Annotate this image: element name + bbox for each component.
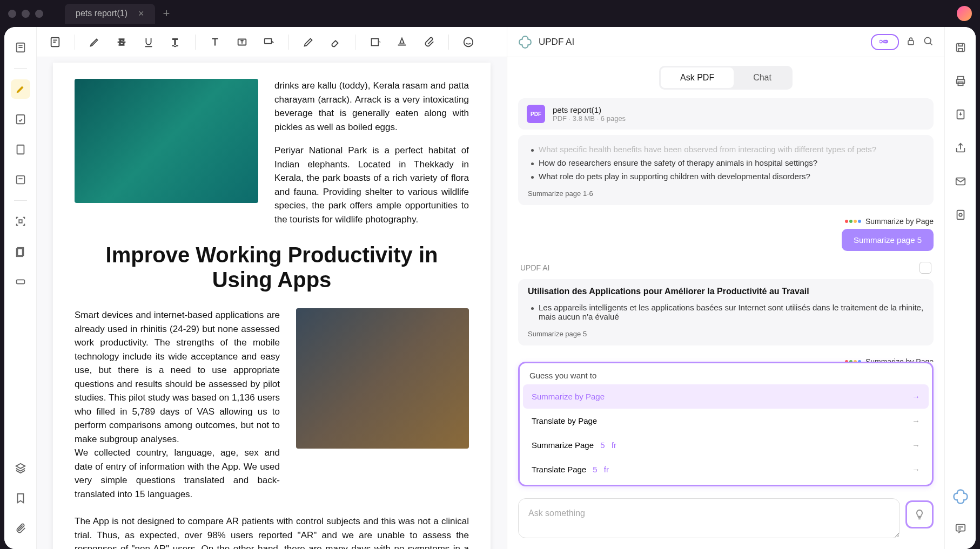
suggestion-summarize-by-page[interactable]: Summarize by Page →	[523, 384, 929, 409]
arrow-icon: →	[912, 392, 920, 401]
arrow-icon: →	[912, 465, 920, 474]
textbox-icon[interactable]	[234, 35, 250, 50]
form-tool-icon[interactable]	[11, 170, 30, 189]
doc-paragraph: drinks are kallu (toddy), Kerala rasam a…	[274, 79, 469, 134]
svg-rect-2	[17, 145, 24, 154]
print-icon[interactable]	[951, 71, 970, 91]
chat-input[interactable]	[518, 498, 900, 538]
response-header: UPDF AI	[518, 260, 934, 279]
left-sidebar	[4, 27, 37, 549]
questions-card: What specific health benefits have been …	[518, 135, 934, 205]
svg-rect-16	[956, 44, 964, 52]
page-tool-icon[interactable]	[11, 140, 30, 159]
question-item[interactable]: How do researchers ensure the safety of …	[539, 156, 924, 170]
copy-icon[interactable]	[919, 262, 931, 274]
infinity-badge[interactable]	[871, 34, 899, 50]
search-icon[interactable]	[923, 36, 934, 49]
svg-rect-6	[16, 280, 24, 283]
edit-tool-icon[interactable]	[11, 110, 30, 129]
close-window-icon[interactable]	[8, 10, 16, 18]
card-footer: Summarize page 1-6	[528, 189, 924, 198]
tab-add-button[interactable]: +	[163, 6, 170, 21]
response-card: Utilisation des Applications pour Amélio…	[518, 279, 934, 345]
doc-paragraph: The App is not designed to compare AR pa…	[75, 514, 469, 549]
svg-rect-11	[265, 38, 272, 43]
highlighter-icon[interactable]	[87, 35, 102, 50]
divider	[355, 35, 355, 50]
question-item[interactable]: What role do pets play in supporting chi…	[539, 170, 924, 183]
tab-title: pets report(1)	[76, 9, 127, 18]
attachment-icon[interactable]	[11, 519, 30, 538]
svg-rect-14	[908, 40, 914, 45]
divider	[288, 35, 289, 50]
redact-tool-icon[interactable]	[11, 272, 30, 292]
card-footer: Summarize page 5	[528, 330, 924, 338]
attach-icon[interactable]	[421, 35, 437, 50]
stamp-icon[interactable]	[394, 35, 410, 50]
doc-paragraph: We collected country, language, age, sex…	[75, 446, 280, 501]
window-controls	[8, 10, 43, 18]
pdf-viewer[interactable]: drinks are kallu (toddy), Kerala rasam a…	[37, 57, 507, 549]
divider	[75, 35, 75, 50]
doc-heading: Improve Working Productivity in Using Ap…	[75, 242, 469, 292]
note-icon[interactable]	[48, 35, 63, 50]
batch-icon[interactable]	[951, 205, 970, 225]
comment-icon[interactable]	[951, 519, 970, 538]
svg-rect-1	[16, 115, 24, 124]
reader-mode-icon[interactable]	[11, 38, 30, 57]
svg-point-23	[959, 213, 962, 216]
divider	[14, 68, 27, 69]
text-icon[interactable]	[207, 35, 223, 50]
crop-tool-icon[interactable]	[11, 242, 30, 261]
summarize-by-page-label: Summarize by Page	[518, 354, 934, 362]
svg-rect-3	[16, 176, 24, 184]
ai-header: UPDF AI	[507, 27, 944, 57]
ai-tab-group: Ask PDF Chat	[507, 57, 944, 98]
svg-text:S: S	[119, 37, 124, 46]
file-name: pets report(1)	[553, 105, 626, 114]
minimize-window-icon[interactable]	[22, 10, 30, 18]
tab-active[interactable]: pets report(1) ×	[65, 4, 155, 24]
tab-close-icon[interactable]: ×	[138, 8, 144, 19]
squiggly-icon[interactable]: T	[168, 35, 183, 50]
email-icon[interactable]	[951, 172, 970, 191]
ai-panel: UPDF AI Ask PDF Chat PDF pets report(1) …	[507, 27, 944, 549]
share-icon[interactable]	[951, 138, 970, 158]
export-icon[interactable]	[951, 105, 970, 124]
suggestion-translate-by-page[interactable]: Translate by Page →	[523, 409, 929, 433]
hint-button[interactable]	[905, 500, 934, 528]
summarize-page-5-button[interactable]: Summarize page 5	[842, 229, 934, 251]
pencil-icon[interactable]	[301, 35, 316, 50]
lock-icon[interactable]	[905, 36, 916, 49]
pdf-page: drinks are kallu (toddy), Kerala rasam a…	[53, 63, 491, 549]
signature-icon[interactable]	[461, 35, 476, 50]
tab-ask-pdf[interactable]: Ask PDF	[661, 67, 734, 88]
eraser-icon[interactable]	[328, 35, 343, 50]
user-avatar[interactable]	[957, 6, 972, 21]
question-item[interactable]: What specific health benefits have been …	[539, 143, 924, 156]
ocr-tool-icon[interactable]	[11, 212, 30, 231]
suggestion-summarize-page[interactable]: Summarize Page 5 fr →	[523, 433, 929, 457]
suggestion-translate-page[interactable]: Translate Page 5 fr →	[523, 457, 929, 482]
save-icon[interactable]	[951, 38, 970, 57]
strikethrough-icon[interactable]: S	[114, 35, 129, 50]
maximize-window-icon[interactable]	[35, 10, 43, 18]
response-source: UPDF AI	[520, 263, 549, 272]
callout-icon[interactable]	[261, 35, 277, 50]
svg-rect-22	[957, 211, 964, 220]
highlight-tool-icon[interactable]	[11, 79, 30, 99]
doc-paragraph: Smart devices and internet-based applica…	[75, 308, 280, 446]
summarize-by-page-label: Summarize by Page	[518, 214, 934, 229]
svg-point-13	[464, 37, 473, 46]
tab-chat[interactable]: Chat	[734, 67, 791, 88]
svg-rect-12	[372, 38, 379, 45]
underline-icon[interactable]	[141, 35, 156, 50]
updf-ai-mini-icon[interactable]	[952, 489, 969, 505]
titlebar: pets report(1) × +	[0, 0, 980, 27]
shape-icon[interactable]	[367, 35, 382, 50]
kerala-image	[75, 79, 258, 203]
svg-point-15	[924, 37, 931, 44]
bookmark-icon[interactable]	[11, 489, 30, 508]
right-sidebar	[944, 27, 976, 549]
layers-icon[interactable]	[11, 458, 30, 478]
